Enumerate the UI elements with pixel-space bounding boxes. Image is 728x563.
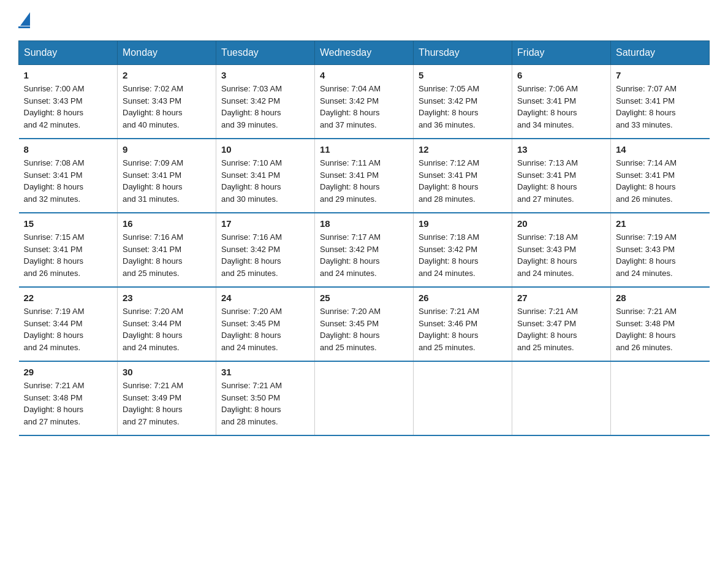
day-number: 26 [419,293,507,303]
day-number: 23 [123,293,211,303]
calendar-cell: 18 Sunrise: 7:17 AM Sunset: 3:42 PM Dayl… [315,213,414,287]
day-number: 31 [221,367,309,377]
calendar-cell [414,361,512,435]
day-number: 10 [221,144,309,155]
col-saturday: Saturday [611,41,710,65]
day-number: 29 [24,367,113,377]
day-number: 17 [221,218,309,229]
day-number: 18 [320,218,408,229]
calendar-cell: 31 Sunrise: 7:21 AM Sunset: 3:50 PM Dayl… [216,361,315,435]
calendar-cell: 23 Sunrise: 7:20 AM Sunset: 3:44 PM Dayl… [118,287,216,361]
day-info: Sunrise: 7:20 AM Sunset: 3:45 PM Dayligh… [221,305,309,353]
day-number: 5 [419,70,507,80]
day-info: Sunrise: 7:21 AM Sunset: 3:48 PM Dayligh… [616,305,705,353]
day-number: 12 [419,144,507,155]
calendar-week-row: 8 Sunrise: 7:08 AM Sunset: 3:41 PM Dayli… [19,139,710,213]
day-number: 13 [517,144,605,155]
calendar-cell: 11 Sunrise: 7:11 AM Sunset: 3:41 PM Dayl… [315,139,414,213]
calendar-week-row: 22 Sunrise: 7:19 AM Sunset: 3:44 PM Dayl… [19,287,710,361]
calendar-cell: 28 Sunrise: 7:21 AM Sunset: 3:48 PM Dayl… [611,287,710,361]
day-info: Sunrise: 7:07 AM Sunset: 3:41 PM Dayligh… [616,83,705,131]
day-info: Sunrise: 7:15 AM Sunset: 3:41 PM Dayligh… [24,231,113,279]
day-number: 4 [320,70,408,80]
day-number: 22 [24,293,113,303]
day-number: 14 [616,144,705,155]
day-number: 8 [24,144,113,155]
calendar-cell: 24 Sunrise: 7:20 AM Sunset: 3:45 PM Dayl… [216,287,315,361]
day-info: Sunrise: 7:19 AM Sunset: 3:44 PM Dayligh… [24,305,113,353]
day-number: 3 [221,70,309,80]
day-number: 25 [320,293,408,303]
calendar-cell: 7 Sunrise: 7:07 AM Sunset: 3:41 PM Dayli… [611,65,710,139]
col-monday: Monday [118,41,216,65]
day-info: Sunrise: 7:21 AM Sunset: 3:48 PM Dayligh… [24,380,113,427]
calendar-cell: 4 Sunrise: 7:04 AM Sunset: 3:42 PM Dayli… [315,65,414,139]
calendar-cell: 27 Sunrise: 7:21 AM Sunset: 3:47 PM Dayl… [512,287,611,361]
calendar-cell: 19 Sunrise: 7:18 AM Sunset: 3:42 PM Dayl… [414,213,512,287]
calendar-cell [512,361,611,435]
calendar-cell: 6 Sunrise: 7:06 AM Sunset: 3:41 PM Dayli… [512,65,611,139]
calendar-cell: 13 Sunrise: 7:13 AM Sunset: 3:41 PM Dayl… [512,139,611,213]
day-info: Sunrise: 7:19 AM Sunset: 3:43 PM Dayligh… [616,231,705,279]
day-info: Sunrise: 7:21 AM Sunset: 3:49 PM Dayligh… [123,380,211,427]
day-info: Sunrise: 7:03 AM Sunset: 3:42 PM Dayligh… [221,83,309,131]
calendar-cell: 30 Sunrise: 7:21 AM Sunset: 3:49 PM Dayl… [118,361,216,435]
calendar-cell [315,361,414,435]
calendar-cell: 14 Sunrise: 7:14 AM Sunset: 3:41 PM Dayl… [611,139,710,213]
calendar-cell: 8 Sunrise: 7:08 AM Sunset: 3:41 PM Dayli… [19,139,118,213]
col-friday: Friday [512,41,611,65]
calendar-cell: 20 Sunrise: 7:18 AM Sunset: 3:43 PM Dayl… [512,213,611,287]
calendar-week-row: 29 Sunrise: 7:21 AM Sunset: 3:48 PM Dayl… [19,361,710,435]
calendar-cell [611,361,710,435]
day-number: 21 [616,218,705,229]
calendar-cell: 9 Sunrise: 7:09 AM Sunset: 3:41 PM Dayli… [118,139,216,213]
day-number: 9 [123,144,211,155]
day-info: Sunrise: 7:00 AM Sunset: 3:43 PM Dayligh… [24,83,113,131]
calendar-cell: 5 Sunrise: 7:05 AM Sunset: 3:42 PM Dayli… [414,65,512,139]
day-info: Sunrise: 7:09 AM Sunset: 3:41 PM Dayligh… [123,157,211,205]
calendar-cell: 17 Sunrise: 7:16 AM Sunset: 3:42 PM Dayl… [216,213,315,287]
day-number: 6 [517,70,605,80]
logo [18,12,30,28]
day-info: Sunrise: 7:20 AM Sunset: 3:45 PM Dayligh… [320,305,408,353]
day-number: 11 [320,144,408,155]
day-info: Sunrise: 7:11 AM Sunset: 3:41 PM Dayligh… [320,157,408,205]
day-info: Sunrise: 7:02 AM Sunset: 3:43 PM Dayligh… [123,83,211,131]
day-number: 19 [419,218,507,229]
calendar-body: 1 Sunrise: 7:00 AM Sunset: 3:43 PM Dayli… [19,65,710,436]
day-info: Sunrise: 7:12 AM Sunset: 3:41 PM Dayligh… [419,157,507,205]
calendar-cell: 26 Sunrise: 7:21 AM Sunset: 3:46 PM Dayl… [414,287,512,361]
day-info: Sunrise: 7:13 AM Sunset: 3:41 PM Dayligh… [517,157,605,205]
day-info: Sunrise: 7:20 AM Sunset: 3:44 PM Dayligh… [123,305,211,353]
day-info: Sunrise: 7:21 AM Sunset: 3:47 PM Dayligh… [517,305,605,353]
calendar-cell: 15 Sunrise: 7:15 AM Sunset: 3:41 PM Dayl… [19,213,118,287]
day-info: Sunrise: 7:05 AM Sunset: 3:42 PM Dayligh… [419,83,507,131]
day-info: Sunrise: 7:18 AM Sunset: 3:43 PM Dayligh… [517,231,605,279]
day-info: Sunrise: 7:06 AM Sunset: 3:41 PM Dayligh… [517,83,605,131]
day-info: Sunrise: 7:16 AM Sunset: 3:42 PM Dayligh… [221,231,309,279]
logo-underline [18,26,30,28]
day-info: Sunrise: 7:21 AM Sunset: 3:46 PM Dayligh… [419,305,507,353]
calendar-cell: 3 Sunrise: 7:03 AM Sunset: 3:42 PM Dayli… [216,65,315,139]
calendar-cell: 2 Sunrise: 7:02 AM Sunset: 3:43 PM Dayli… [118,65,216,139]
col-tuesday: Tuesday [216,41,315,65]
calendar-week-row: 15 Sunrise: 7:15 AM Sunset: 3:41 PM Dayl… [19,213,710,287]
header-row: Sunday Monday Tuesday Wednesday Thursday… [19,41,710,65]
calendar-cell: 22 Sunrise: 7:19 AM Sunset: 3:44 PM Dayl… [19,287,118,361]
day-info: Sunrise: 7:21 AM Sunset: 3:50 PM Dayligh… [221,380,309,427]
day-number: 16 [123,218,211,229]
day-info: Sunrise: 7:08 AM Sunset: 3:41 PM Dayligh… [24,157,113,205]
calendar-cell: 1 Sunrise: 7:00 AM Sunset: 3:43 PM Dayli… [19,65,118,139]
calendar-week-row: 1 Sunrise: 7:00 AM Sunset: 3:43 PM Dayli… [19,65,710,139]
col-wednesday: Wednesday [315,41,414,65]
logo-triangle-icon [20,12,30,26]
day-info: Sunrise: 7:14 AM Sunset: 3:41 PM Dayligh… [616,157,705,205]
day-info: Sunrise: 7:04 AM Sunset: 3:42 PM Dayligh… [320,83,408,131]
day-number: 28 [616,293,705,303]
day-number: 27 [517,293,605,303]
calendar-table: Sunday Monday Tuesday Wednesday Thursday… [18,40,710,436]
day-info: Sunrise: 7:18 AM Sunset: 3:42 PM Dayligh… [419,231,507,279]
day-number: 30 [123,367,211,377]
day-number: 15 [24,218,113,229]
day-number: 1 [24,70,113,80]
